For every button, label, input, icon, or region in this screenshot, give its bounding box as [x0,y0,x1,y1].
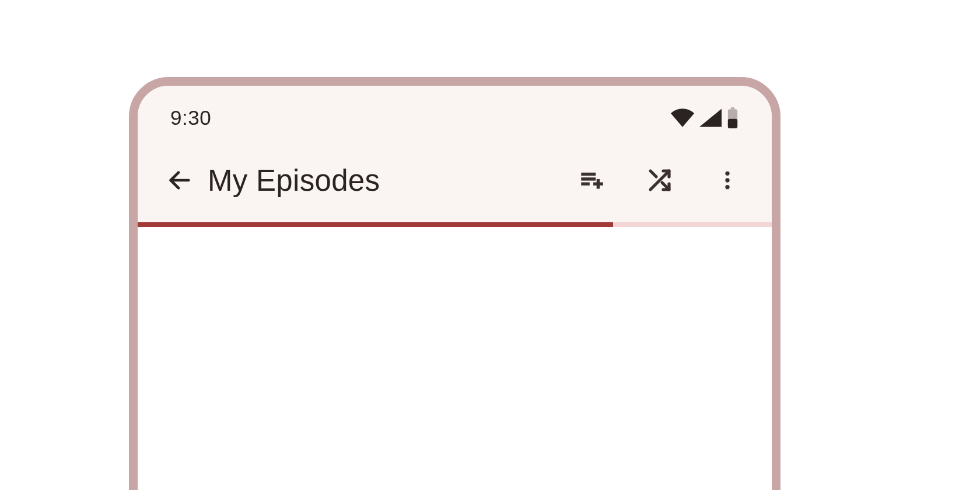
svg-point-12 [725,172,729,176]
wifi-icon [670,108,695,127]
progress-fill [138,222,613,227]
shuffle-button[interactable] [639,159,681,201]
more-button[interactable] [706,159,748,201]
app-bar: My Episodes [138,150,772,211]
status-bar: 9:30 [138,86,772,150]
svg-rect-2 [728,119,737,128]
battery-icon [726,107,739,128]
svg-point-13 [725,178,729,182]
back-button[interactable] [159,159,201,201]
playlist-add-icon [578,166,607,195]
more-vert-icon [716,169,739,192]
svg-rect-0 [731,107,735,109]
arrow-back-icon [166,167,193,194]
content-area [138,227,772,490]
app-bar-actions [571,159,748,201]
phone-frame: 9:30 [129,77,780,490]
progress-bar [138,222,772,227]
cellular-icon [699,108,722,127]
svg-point-14 [725,185,729,189]
svg-line-11 [650,171,656,177]
page-title: My Episodes [208,163,571,198]
status-time: 9:30 [170,106,211,130]
shuffle-icon [646,166,674,194]
status-icons [670,107,739,128]
playlist-add-button[interactable] [571,159,613,201]
screen: 9:30 [138,86,772,490]
